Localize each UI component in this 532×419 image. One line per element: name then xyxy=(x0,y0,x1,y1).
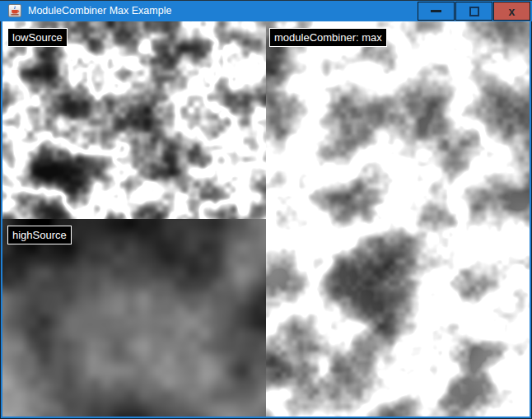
maximize-icon xyxy=(469,7,479,16)
minimize-icon xyxy=(431,10,441,12)
module-combiner-texture xyxy=(266,21,530,417)
high-source-label: highSource xyxy=(7,226,72,244)
minimize-button[interactable] xyxy=(418,2,455,21)
java-coffee-cup-glyph xyxy=(10,6,20,16)
titlebar[interactable]: ModuleCombiner Max Example x xyxy=(0,0,532,21)
canvas-area: lowSource highSource moduleCombiner: max xyxy=(2,21,530,417)
low-source-label: lowSource xyxy=(7,28,68,47)
module-combiner-label: moduleCombiner: max xyxy=(269,28,387,47)
java-coffee-cup-icon xyxy=(8,4,21,17)
high-source-texture xyxy=(2,219,266,417)
window-title: ModuleCombiner Max Example xyxy=(28,5,171,16)
close-icon: x xyxy=(509,6,516,17)
low-source-texture xyxy=(2,21,266,219)
window-controls: x xyxy=(417,2,530,21)
app-window: ModuleCombiner Max Example x lowSource h… xyxy=(0,0,532,419)
close-button[interactable]: x xyxy=(493,2,530,21)
maximize-button[interactable] xyxy=(455,2,492,21)
